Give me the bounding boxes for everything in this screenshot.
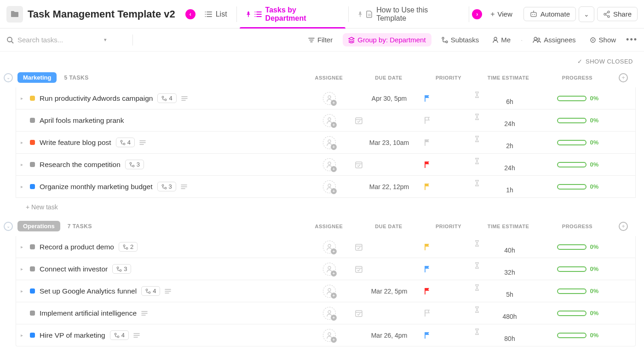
due-cell[interactable] — [355, 265, 424, 273]
description-icon[interactable] — [181, 96, 188, 101]
time-cell[interactable]: 6h — [474, 92, 543, 105]
add-assignee-icon[interactable] — [323, 136, 336, 149]
more-menu[interactable]: ••• — [626, 35, 638, 45]
assignee-cell[interactable] — [304, 136, 355, 149]
description-icon[interactable] — [139, 140, 146, 145]
status-square[interactable] — [30, 118, 35, 123]
due-cell[interactable] — [355, 243, 424, 251]
task-name[interactable]: Record a product demo — [40, 243, 114, 251]
search-dropdown[interactable]: ▾ — [104, 37, 107, 43]
progress-cell[interactable]: 0% — [543, 183, 612, 190]
progress-cell[interactable]: 0% — [543, 265, 612, 272]
time-cell[interactable]: 5h — [474, 284, 543, 298]
expand-caret[interactable]: ▸ — [21, 162, 25, 167]
description-icon[interactable] — [181, 184, 187, 190]
task-name[interactable]: Set up Google Analytics funnel — [40, 287, 137, 295]
status-square[interactable] — [30, 333, 35, 338]
priority-cell[interactable] — [424, 287, 474, 295]
subtask-badge[interactable]: 3 — [112, 264, 131, 274]
tab-tasks-by-department[interactable]: Tasks by Department — [240, 0, 346, 29]
due-cell[interactable] — [355, 116, 424, 125]
assignee-cell[interactable] — [304, 158, 355, 171]
subtask-badge[interactable]: 4 — [157, 93, 176, 103]
task-row[interactable]: ▸ Organize monthly marketing budget 3 Ma… — [16, 176, 636, 198]
time-cell[interactable]: 24h — [474, 158, 543, 172]
priority-cell[interactable] — [424, 94, 474, 103]
progress-cell[interactable]: 0% — [543, 95, 612, 102]
group-pill[interactable]: Operations — [17, 221, 60, 231]
time-cell[interactable]: 24h — [474, 114, 543, 127]
add-assignee-icon[interactable] — [323, 158, 336, 171]
nav-prev-button[interactable]: ‹ — [185, 9, 196, 19]
time-cell[interactable]: 1h — [474, 180, 543, 194]
subtask-badge[interactable]: 2 — [119, 242, 138, 252]
add-column-button[interactable]: + — [619, 222, 628, 231]
col-header-priority[interactable]: PRIORITY — [423, 75, 474, 81]
time-cell[interactable]: 40h — [474, 240, 543, 254]
status-square[interactable] — [30, 140, 35, 145]
automate-button[interactable]: Automate — [523, 7, 576, 21]
priority-cell[interactable] — [424, 138, 474, 147]
add-assignee-icon[interactable] — [323, 114, 336, 127]
due-cell[interactable]: Mar 26, 4pm — [355, 332, 424, 339]
progress-cell[interactable]: 0% — [543, 161, 612, 168]
col-header-due[interactable]: DUE DATE — [354, 224, 423, 229]
due-cell[interactable]: Mar 22, 5pm — [355, 288, 424, 295]
add-assignee-icon[interactable] — [323, 263, 336, 276]
assignee-cell[interactable] — [304, 263, 355, 276]
task-row[interactable]: ▸ Record a product demo 2 40h 0% — [16, 236, 636, 258]
status-square[interactable] — [30, 184, 35, 189]
page-title[interactable]: Task Management Template v2 — [28, 8, 175, 20]
subtask-badge[interactable]: 3 — [157, 182, 176, 191]
due-cell[interactable] — [355, 309, 424, 317]
due-cell[interactable]: Mar 23, 10am — [355, 139, 424, 146]
description-icon[interactable] — [141, 311, 148, 316]
status-square[interactable] — [30, 96, 35, 101]
expand-caret[interactable]: ▸ — [21, 333, 25, 338]
add-assignee-icon[interactable] — [323, 307, 336, 320]
progress-cell[interactable]: 0% — [543, 243, 612, 250]
show-button[interactable]: Show — [586, 34, 620, 46]
due-cell[interactable]: Apr 30, 5pm — [355, 95, 424, 102]
col-header-time[interactable]: TIME ESTIMATE — [474, 224, 543, 229]
expand-caret[interactable]: ▸ — [21, 266, 25, 271]
collapse-group-button[interactable]: ⌄ — [4, 222, 13, 231]
new-task-button[interactable]: + New task — [0, 198, 644, 213]
filter-button[interactable]: Filter — [305, 34, 336, 46]
add-assignee-icon[interactable] — [323, 241, 336, 254]
tab-how-to-use[interactable]: How to Use this Template — [351, 0, 466, 29]
group-by-button[interactable]: Group by: Department — [343, 33, 431, 46]
task-name[interactable]: Organize monthly marketing budget — [40, 183, 153, 191]
assignees-button[interactable]: Assignees — [529, 34, 579, 46]
task-row[interactable]: ▸ Write feature blog post 4 Mar 23, 10am… — [16, 132, 636, 154]
task-name[interactable]: Run productivity Adwords campaign — [40, 94, 153, 103]
assignee-cell[interactable] — [304, 241, 355, 254]
progress-cell[interactable]: 0% — [543, 139, 612, 146]
show-closed-toggle[interactable]: ✓ SHOW CLOSED — [0, 52, 644, 65]
status-square[interactable] — [30, 288, 35, 294]
group-pill[interactable]: Marketing — [17, 72, 57, 83]
col-header-time[interactable]: TIME ESTIMATE — [474, 75, 543, 81]
add-assignee-icon[interactable] — [323, 285, 336, 298]
col-header-assignee[interactable]: ASSIGNEE — [304, 224, 354, 229]
add-view-button[interactable]: + View — [485, 7, 518, 21]
progress-cell[interactable]: 0% — [543, 288, 612, 294]
expand-caret[interactable]: ▸ — [21, 96, 25, 101]
time-cell[interactable]: 2h — [474, 136, 543, 150]
assignee-cell[interactable] — [304, 285, 355, 298]
col-header-assignee[interactable]: ASSIGNEE — [304, 75, 354, 81]
automate-dropdown[interactable]: ⌄ — [579, 6, 594, 22]
add-assignee-icon[interactable] — [323, 180, 336, 193]
col-header-priority[interactable]: PRIORITY — [423, 224, 474, 229]
col-header-progress[interactable]: PROGRESS — [543, 224, 612, 229]
collapse-group-button[interactable]: ⌄ — [4, 73, 13, 82]
add-column-button[interactable]: + — [619, 73, 628, 82]
progress-cell[interactable]: 0% — [543, 310, 612, 317]
time-cell[interactable]: 32h — [474, 262, 543, 276]
me-button[interactable]: Me — [489, 34, 514, 46]
expand-caret[interactable]: ▸ — [21, 288, 25, 294]
col-header-progress[interactable]: PROGRESS — [543, 75, 612, 81]
priority-cell[interactable] — [424, 243, 474, 251]
tab-list[interactable]: List — [198, 0, 234, 29]
priority-cell[interactable] — [424, 265, 474, 273]
